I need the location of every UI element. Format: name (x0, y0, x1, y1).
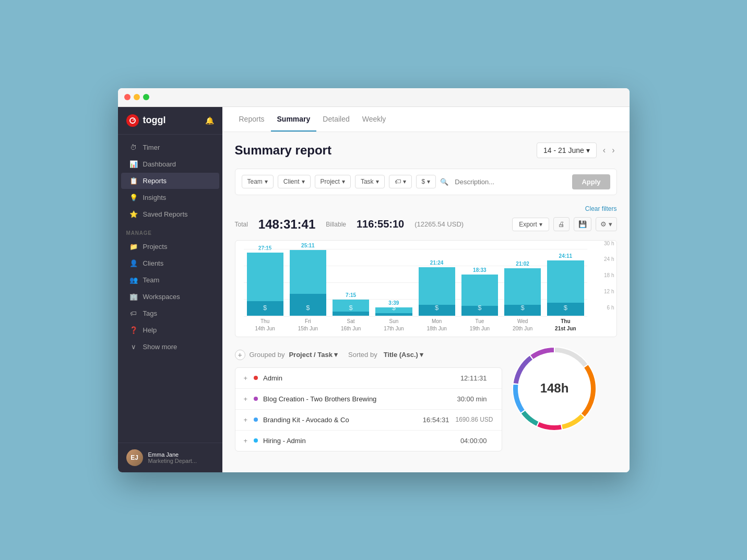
report-header: Summary report 14 - 21 June ▾ ‹ › (235, 142, 617, 158)
user-name: Emma Jane (148, 451, 197, 458)
project-time: 12:11:31 (460, 374, 487, 382)
settings-button[interactable]: ⚙ ▾ (596, 217, 617, 231)
y-label: 6 h (596, 305, 614, 311)
bar-billable-portion (419, 267, 455, 305)
sidebar-item-help[interactable]: ❓ Help (121, 322, 219, 338)
expand-row-button[interactable]: + (244, 395, 248, 403)
svg-text:148h: 148h (540, 381, 568, 395)
expand-row-button[interactable]: + (244, 437, 248, 445)
bottom-section: + Grouped by Project / Task ▾ Sorted by … (235, 348, 617, 451)
sort-by-value: Title (Asc.) (384, 351, 418, 359)
top-nav: Reports Summary Detailed Weekly (222, 107, 630, 132)
maximize-button[interactable] (143, 94, 149, 100)
bar-x-label: Fri15th Jun (298, 318, 318, 332)
sidebar-item-timer[interactable]: ⏱ Timer (121, 139, 219, 156)
save-icon: 💾 (578, 220, 587, 228)
bar-stack: $ (290, 250, 326, 315)
currency-filter[interactable]: $ ▾ (416, 175, 436, 188)
sort-by-selector[interactable]: Title (Asc.) ▾ (384, 351, 423, 359)
svg-line-1 (133, 120, 134, 121)
donut-chart: 148h (502, 337, 607, 441)
client-filter[interactable]: Client ▾ (278, 175, 311, 188)
chart-bar-group: 3:39$Sun17th Jun (372, 300, 415, 332)
bar-time-label: 7:15 (346, 292, 356, 298)
sidebar-item-team[interactable]: 👥 Team (121, 272, 219, 288)
prev-date-button[interactable]: ‹ (601, 145, 608, 156)
bar-x-label: Tue19th Jun (470, 318, 490, 332)
project-color-dot (254, 376, 258, 380)
project-name: Branding Kit - Avocado & Co (263, 416, 423, 424)
client-filter-label: Client (283, 178, 300, 185)
sidebar-header: toggl 🔔 (118, 107, 222, 135)
tag-filter[interactable]: 🏷 ▾ (389, 175, 412, 188)
bar-x-label: Thu14th Jun (255, 318, 275, 332)
sidebar-item-label: Saved Reports (143, 210, 188, 218)
project-filter[interactable]: Project ▾ (315, 175, 351, 188)
task-filter[interactable]: Task ▾ (355, 175, 385, 188)
sidebar-show-more[interactable]: ∨ Show more (121, 339, 219, 355)
sidebar-item-label: Insights (143, 194, 167, 201)
sidebar-footer: EJ Emma Jane Marketing Depart... (118, 443, 222, 472)
sidebar-item-label: Tags (143, 309, 157, 317)
dropdown-icon: ▾ (539, 221, 542, 228)
project-name: Hiring - Admin (263, 437, 460, 445)
team-icon: 👥 (129, 276, 138, 284)
total-value: 148:31:41 (258, 217, 315, 232)
user-dept: Marketing Depart... (148, 458, 197, 464)
apply-button[interactable]: Apply (572, 174, 610, 189)
app-body: toggl 🔔 ⏱ Timer 📊 Dashboard 📋 Reports (118, 107, 630, 472)
sidebar-item-reports[interactable]: 📋 Reports (121, 173, 219, 189)
dropdown-icon: ▾ (609, 220, 612, 228)
minimize-button[interactable] (134, 94, 140, 100)
sidebar-item-insights[interactable]: 💡 Insights (121, 189, 219, 206)
bar-dollar-icon: $ (263, 304, 267, 312)
project-usd: 1690.86 USD (455, 416, 493, 423)
notification-icon[interactable]: 🔔 (205, 116, 214, 125)
tab-reports[interactable]: Reports (233, 108, 271, 132)
sidebar-item-dashboard[interactable]: 📊 Dashboard (121, 156, 219, 172)
date-range-button[interactable]: 14 - 21 June ▾ (537, 142, 597, 158)
group-by-selector[interactable]: Project / Task ▾ (289, 351, 338, 359)
tab-summary[interactable]: Summary (271, 108, 317, 132)
expand-row-button[interactable]: + (244, 416, 248, 424)
team-filter[interactable]: Team ▾ (242, 175, 274, 188)
bar-stack: $ (247, 253, 283, 316)
table-row: + Hiring - Admin 04:00:00 (235, 431, 502, 451)
print-button[interactable]: 🖨 (553, 217, 570, 231)
bar-time-label: 27:15 (258, 245, 272, 251)
sidebar-item-clients[interactable]: 👤 Clients (121, 255, 219, 271)
next-date-button[interactable]: › (610, 145, 616, 156)
bar-billable-portion (290, 250, 326, 294)
help-icon: ❓ (129, 326, 138, 334)
y-label: 12 h (596, 289, 614, 294)
avatar-initials: EJ (126, 449, 143, 466)
sidebar-item-projects[interactable]: 📁 Projects (121, 239, 219, 255)
totals-bar: Total 148:31:41 Billable 116:55:10 (1226… (235, 217, 617, 232)
sidebar-item-saved-reports[interactable]: ⭐ Saved Reports (121, 206, 219, 222)
traffic-lights (124, 94, 149, 100)
tab-detailed[interactable]: Detailed (316, 108, 355, 132)
chevron-down-icon: ∨ (129, 343, 138, 351)
user-info: Emma Jane Marketing Depart... (148, 451, 197, 464)
save-button[interactable]: 💾 (574, 217, 591, 231)
add-group-button[interactable]: + (235, 350, 245, 360)
bar-time-label: 18:33 (473, 267, 487, 273)
export-button[interactable]: Export ▾ (512, 218, 549, 231)
tab-weekly[interactable]: Weekly (356, 108, 393, 132)
tags-icon: 🏷 (129, 309, 138, 317)
project-filter-label: Project (321, 178, 340, 185)
clear-filters-link[interactable]: Clear filters (585, 205, 617, 212)
sidebar-item-tags[interactable]: 🏷 Tags (121, 305, 219, 321)
timer-icon: ⏱ (129, 144, 138, 151)
table-row: + Branding Kit - Avocado & Co 16:54:31 1… (235, 410, 502, 431)
total-label: Total (235, 221, 248, 228)
expand-row-button[interactable]: + (244, 374, 248, 382)
close-button[interactable] (124, 94, 131, 100)
chart-bar-group: 24:11$Thu21st Jun (544, 253, 587, 332)
insights-icon: 💡 (129, 194, 138, 201)
search-input[interactable] (453, 178, 568, 186)
logo-text: toggl (143, 115, 166, 126)
sidebar-item-workspaces[interactable]: 🏢 Workspaces (121, 289, 219, 305)
reports-icon: 📋 (129, 177, 138, 185)
sorted-by-label: Sorted by (348, 351, 377, 359)
